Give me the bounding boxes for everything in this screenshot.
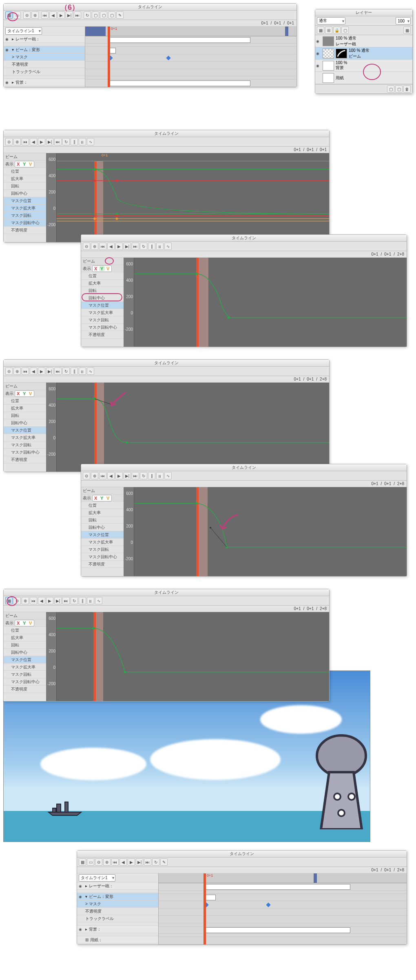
xyv-toggle[interactable]: XYV xyxy=(15,390,34,397)
prop-position[interactable]: 位置 xyxy=(81,272,124,280)
next-icon[interactable]: ▶| xyxy=(54,597,62,604)
play-icon[interactable]: ▶ xyxy=(58,11,65,19)
loop-icon[interactable]: ↻ xyxy=(140,472,147,479)
visibility-icon[interactable] xyxy=(5,47,10,52)
split2-icon[interactable]: ⫼ xyxy=(156,243,164,250)
prop-mask-center[interactable]: マスク回転中心 xyxy=(4,449,46,456)
go-end-icon[interactable]: ⏭ xyxy=(54,368,62,375)
zoom-out-icon[interactable]: ⊖ xyxy=(13,597,21,604)
loop-icon[interactable]: ↻ xyxy=(140,243,147,250)
next-icon[interactable]: ▶| xyxy=(46,138,53,145)
go-start-icon[interactable]: ⏮ xyxy=(22,368,29,375)
prev-icon[interactable]: ◀ xyxy=(38,597,45,604)
graph-area[interactable]: 6004002000-200 xyxy=(46,612,329,701)
play-icon[interactable]: ▶ xyxy=(38,368,45,375)
graph-area[interactable]: 6004002000-200 xyxy=(124,487,407,576)
zoom-out-icon[interactable]: ⊖ xyxy=(5,138,13,145)
prop-rotate[interactable]: 回転 xyxy=(4,412,46,419)
curve-icon[interactable]: ∿ xyxy=(95,597,102,604)
delete-icon[interactable]: 🗑 xyxy=(403,85,411,93)
go-end-icon[interactable]: ⏭ xyxy=(132,472,139,479)
prop-mask-rot[interactable]: マスク回転 xyxy=(81,316,124,324)
track-beam[interactable]: ▾ ビーム：変形 xyxy=(77,893,158,900)
next-icon[interactable]: ▶| xyxy=(46,368,53,375)
loop-icon[interactable]: ↻ xyxy=(62,138,70,145)
lock-icon[interactable]: 🔒 xyxy=(333,27,341,34)
prev-icon[interactable]: ◀ xyxy=(30,368,37,375)
zoom-out-icon[interactable]: ⊖ xyxy=(23,11,31,19)
prop-position[interactable]: 位置 xyxy=(4,168,46,175)
prop-opacity[interactable]: 不透明度 xyxy=(4,686,46,693)
tool-select[interactable]: ▦ xyxy=(5,597,13,604)
prop-opacity[interactable]: 不透明度 xyxy=(81,331,124,339)
new-folder-icon[interactable]: ▢ xyxy=(395,85,403,93)
time-ruler[interactable]: 0+1 xyxy=(159,873,407,883)
display-row[interactable]: 表示 XYV xyxy=(4,619,46,627)
go-start-icon[interactable]: ⏮ xyxy=(30,597,37,604)
prop-mask-scale[interactable]: マスク拡大率 xyxy=(81,309,124,316)
play-icon[interactable]: ▶ xyxy=(128,858,135,866)
zoom-in-icon[interactable]: ⊕ xyxy=(91,472,98,479)
visibility-icon[interactable] xyxy=(316,63,321,68)
prev-icon[interactable]: ◀ xyxy=(30,138,37,145)
track-label[interactable]: トラックラベル xyxy=(4,68,85,76)
curve-icon[interactable]: ∿ xyxy=(164,243,172,250)
pencil-icon[interactable]: ✎ xyxy=(160,858,168,866)
go-start-icon[interactable]: ⏮ xyxy=(22,138,29,145)
prop-rotate[interactable]: 回転 xyxy=(81,517,124,524)
prop-mask-rot[interactable]: マスク回転 xyxy=(4,212,46,219)
play-icon[interactable]: ▶ xyxy=(46,597,53,604)
prop-center[interactable]: 回転中心 xyxy=(4,190,46,197)
visibility-icon[interactable] xyxy=(5,80,10,85)
loop-icon[interactable]: ↻ xyxy=(152,858,159,866)
prop-rotate[interactable]: 回転 xyxy=(81,287,124,294)
split-icon[interactable]: ‖ xyxy=(148,243,155,250)
play-icon[interactable]: ▶ xyxy=(38,138,45,145)
prop-position[interactable]: 位置 xyxy=(4,627,46,634)
prop-mask-center[interactable]: マスク回転中心 xyxy=(4,219,46,227)
display-row[interactable]: 表示 XYV xyxy=(4,390,46,397)
curve-icon[interactable]: ∿ xyxy=(164,472,172,479)
zoom-in-icon[interactable]: ⊕ xyxy=(91,243,98,250)
track-opacity[interactable]: 不透明度 xyxy=(77,908,158,915)
tool-b[interactable]: ▭ xyxy=(13,11,21,19)
prop-mask-scale[interactable]: マスク拡大率 xyxy=(4,205,46,212)
prop-center[interactable]: 回転中心 xyxy=(81,524,124,531)
tool-x2[interactable]: ▢ xyxy=(100,11,107,19)
timeline-select[interactable]: タイムライン1 xyxy=(79,874,115,882)
track-laser[interactable]: ▸ レーザー砲： xyxy=(4,36,85,43)
prop-opacity[interactable]: 不透明度 xyxy=(81,561,124,568)
go-end-icon[interactable]: ⏭ xyxy=(62,597,70,604)
prop-center[interactable]: 回転中心 xyxy=(81,294,124,302)
timeline-select[interactable]: タイムライン1 xyxy=(5,27,42,35)
prop-center[interactable]: 回転中心 xyxy=(4,649,46,656)
curve-icon[interactable]: ∿ xyxy=(87,138,94,145)
next-icon[interactable]: ▶| xyxy=(136,858,143,866)
blend-mode-select[interactable]: 通常 xyxy=(317,17,345,24)
split-icon[interactable]: ‖ xyxy=(148,472,155,479)
go-end-icon[interactable]: ⏭ xyxy=(132,243,139,250)
layer-item[interactable]: 用紙 xyxy=(315,72,412,84)
prop-center[interactable]: 回転中心 xyxy=(4,419,46,427)
track-mask[interactable]: > マスク xyxy=(77,900,158,908)
display-row[interactable]: 表示 XYV xyxy=(81,265,124,272)
prop-scale[interactable]: 拡大率 xyxy=(4,405,46,412)
zoom-out-icon[interactable]: ⊖ xyxy=(5,368,13,375)
layer-btn[interactable]: ▦ xyxy=(317,27,324,34)
xyv-toggle[interactable]: XYV xyxy=(92,495,112,501)
track-label[interactable]: トラックラベル xyxy=(77,915,158,922)
go-start-icon[interactable]: ⏮ xyxy=(41,11,49,19)
graph-area[interactable]: 6004002000-200 xyxy=(124,258,407,347)
prop-mask-pos[interactable]: マスク位置 xyxy=(4,656,46,664)
zoom-in-icon[interactable]: ⊕ xyxy=(22,597,29,604)
go-end-icon[interactable]: ⏭ xyxy=(144,858,151,866)
split2-icon[interactable]: ⫼ xyxy=(87,597,94,604)
visibility-icon[interactable] xyxy=(316,39,321,44)
graph-area[interactable]: 6004002000-200 0+1 xyxy=(46,153,329,242)
prop-mask-pos[interactable]: マスク位置 xyxy=(81,531,124,539)
zoom-out-icon[interactable]: ⊖ xyxy=(95,858,102,866)
opacity-input[interactable]: 100 xyxy=(396,17,411,24)
go-start-icon[interactable]: ⏮ xyxy=(111,858,119,866)
play-icon[interactable]: ▶ xyxy=(115,472,123,479)
zoom-out-icon[interactable]: ⊖ xyxy=(83,472,90,479)
